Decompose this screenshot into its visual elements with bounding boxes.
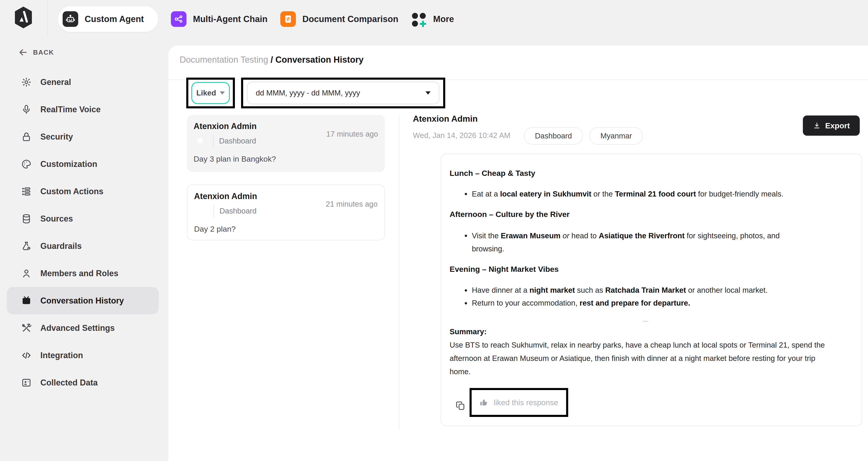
flask-icon xyxy=(21,241,32,251)
sidebar-item-security[interactable]: Security xyxy=(7,123,159,150)
sidebar-item-collected-data[interactable]: Collected Data xyxy=(7,369,159,396)
tag-dashboard[interactable]: Dashboard xyxy=(524,127,583,145)
breadcrumb: Documentation Testing / Conversation His… xyxy=(180,55,364,65)
database-icon xyxy=(21,213,32,224)
sidebar-item-guardrails[interactable]: Guardrails xyxy=(7,232,159,260)
user-icon xyxy=(21,268,32,279)
id-card-icon xyxy=(21,377,32,388)
conversation-source: Dashboard xyxy=(219,207,256,215)
gear-icon xyxy=(21,77,32,87)
tag-myanmar[interactable]: Myanmar xyxy=(589,127,643,145)
download-icon xyxy=(813,121,821,130)
lock-icon xyxy=(21,132,32,142)
sidebar-item-label: Sources xyxy=(40,214,73,224)
sidebar-item-realtime-voice[interactable]: RealTime Voice xyxy=(7,96,159,123)
document-compare-icon xyxy=(280,11,296,27)
tab-custom-agent[interactable]: Custom Agent xyxy=(58,6,158,32)
list-detail-divider xyxy=(399,115,399,430)
tab-label: More xyxy=(433,14,454,24)
atenxion-logo[interactable] xyxy=(14,6,33,28)
topbar-tabs: Custom Agent Multi-Agent Chain xyxy=(58,6,454,32)
sidebar-item-integration[interactable]: Integration xyxy=(7,342,159,369)
myanmar-flag: ★ xyxy=(192,135,208,147)
back-label: BACK xyxy=(33,49,54,56)
export-button[interactable]: Export xyxy=(803,115,860,136)
sidebar-item-members-and-roles[interactable]: Members and Roles xyxy=(7,260,159,287)
sidebar-item-label: Guardrails xyxy=(40,241,82,251)
back-button[interactable]: BACK xyxy=(18,48,54,57)
robot-icon xyxy=(63,11,78,27)
sidebar-item-general[interactable]: General xyxy=(7,68,159,96)
message-content: Lunch – Cheap & Tasty Eat at a local eat… xyxy=(441,154,862,378)
date-range-placeholder: dd MMM, yyyy - dd MMM, yyyy xyxy=(256,89,360,97)
message-footer: liked this response xyxy=(455,388,568,417)
sidebar-item-label: Security xyxy=(40,132,73,142)
detail-tags: Dashboard Myanmar xyxy=(524,127,643,145)
conversation-user-name: Atenxion Admin xyxy=(194,121,257,131)
code-icon xyxy=(21,350,32,361)
sidebar-item-conversation-history[interactable]: Conversation History xyxy=(7,287,159,314)
conversation-source: Dashboard xyxy=(219,137,256,145)
message-panel[interactable]: Lunch – Cheap & Tasty Eat at a local eat… xyxy=(441,153,862,426)
breadcrumb-separator: / xyxy=(271,55,275,64)
breadcrumb-current: Conversation History xyxy=(276,55,364,64)
tools-icon xyxy=(21,323,32,333)
summary-text: Use BTS to reach Sukhumvit, relax in nea… xyxy=(450,341,825,376)
date-range-input[interactable]: dd MMM, yyyy - dd MMM, yyyy xyxy=(247,82,439,104)
export-label: Export xyxy=(825,121,850,130)
tab-multi-agent-chain[interactable]: Multi-Agent Chain xyxy=(171,11,268,27)
message-divider xyxy=(643,321,648,322)
palette-icon xyxy=(21,159,32,169)
myanmar-flag: ★ xyxy=(193,205,208,217)
liked-response-label: liked this response xyxy=(494,398,558,407)
tab-more[interactable]: More xyxy=(411,11,454,27)
message-heading: Evening – Night Market Vibes xyxy=(450,263,845,276)
chevron-down-icon xyxy=(220,91,225,94)
conversation-source-row: ★ Dashboard xyxy=(193,205,256,217)
summary-label: Summary: xyxy=(450,325,827,338)
sidebar-item-advanced-settings[interactable]: Advanced Settings xyxy=(7,314,159,342)
annotation-box-date-filter: dd MMM, yyyy - dd MMM, yyyy xyxy=(241,78,445,108)
sidebar-item-label: Conversation History xyxy=(40,296,124,306)
copy-icon xyxy=(455,400,466,411)
tab-label: Custom Agent xyxy=(85,14,144,24)
conversation-item[interactable]: Atenxion Admin 21 minutes ago ★ Dashboar… xyxy=(187,184,385,240)
sidebar-item-custom-actions[interactable]: Custom Actions xyxy=(7,178,159,205)
sidebar-item-label: General xyxy=(40,77,71,87)
tab-document-comparison[interactable]: Document Comparison xyxy=(280,11,398,27)
list-item: Visit the Erawan Museum or head to Asiat… xyxy=(450,229,794,255)
sidebar-item-label: Custom Actions xyxy=(40,186,103,196)
conversation-time: 21 minutes ago xyxy=(326,200,378,208)
conversation-list: Atenxion Admin 17 minutes ago ★ Dashboar… xyxy=(187,115,385,240)
sidebar-item-label: Customization xyxy=(40,159,97,169)
message-list: Have dinner at a night market such as Ra… xyxy=(450,284,845,310)
sidebar-item-sources[interactable]: Sources xyxy=(7,205,159,232)
detail-datetime: Wed, Jan 14, 2026 10:42 AM xyxy=(413,131,510,140)
detail-user-name: Atenxion Admin xyxy=(413,114,477,124)
chevron-down-icon xyxy=(426,91,431,94)
sidebar-item-customization[interactable]: Customization xyxy=(7,150,159,178)
topbar-divider xyxy=(48,0,48,38)
copy-button[interactable] xyxy=(455,400,466,411)
conversation-preview: Day 2 plan? xyxy=(194,225,236,233)
conversation-item-selected[interactable]: Atenxion Admin 17 minutes ago ★ Dashboar… xyxy=(187,115,385,172)
sidebar-item-label: Advanced Settings xyxy=(40,323,115,333)
list-actions-icon xyxy=(21,186,32,197)
thumbs-up-icon[interactable] xyxy=(479,398,488,407)
conversation-user-name: Atenxion Admin xyxy=(194,192,257,201)
tab-label: Document Comparison xyxy=(302,14,398,24)
grid-plus-icon xyxy=(411,11,427,27)
message-summary: Summary: Use BTS to reach Sukhumvit, rel… xyxy=(450,325,827,378)
network-icon xyxy=(171,11,186,27)
briefcase-icon xyxy=(21,295,32,306)
message-list: Visit the Erawan Museum or head to Asiat… xyxy=(450,229,845,255)
message-heading: Lunch – Cheap & Tasty xyxy=(450,167,845,180)
sidebar-item-label: Collected Data xyxy=(40,378,98,387)
breadcrumb-parent[interactable]: Documentation Testing xyxy=(180,55,268,64)
annotation-box-liked-response: liked this response xyxy=(470,388,568,417)
liked-filter-dropdown[interactable]: Liked xyxy=(191,82,230,104)
message-heading: Afternoon – Culture by the River xyxy=(450,208,845,221)
sidebar-item-label: RealTime Voice xyxy=(40,105,101,114)
list-item: Eat at a local eatery in Sukhumvit or th… xyxy=(450,188,794,200)
conversation-preview: Day 3 plan in Bangkok? xyxy=(194,154,276,164)
